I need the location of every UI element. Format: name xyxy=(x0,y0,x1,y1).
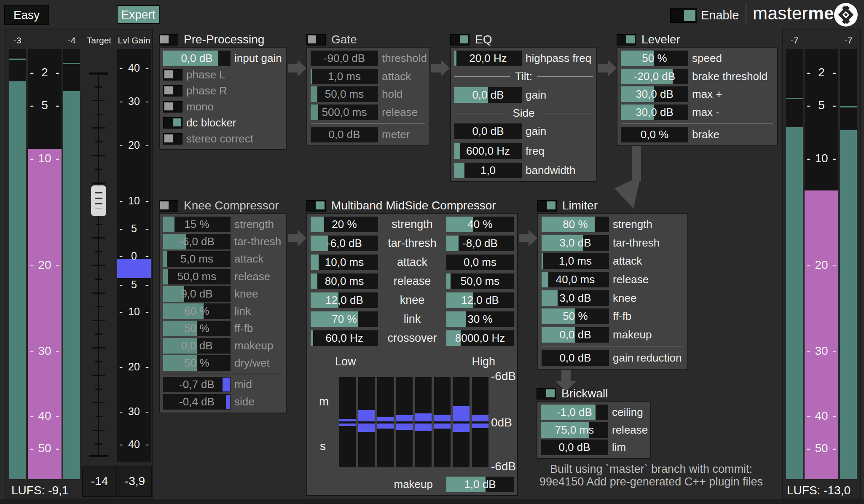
band-3 xyxy=(377,377,394,467)
max---slider[interactable]: 30,0 dB xyxy=(621,105,688,120)
limiter-enable-toggle[interactable] xyxy=(537,200,557,212)
crossover-high-slider[interactable]: 8000,0 Hz xyxy=(446,330,514,346)
input-peak-right-label: -4 xyxy=(59,35,84,46)
knee-low-slider[interactable]: 12,0 dB xyxy=(311,292,378,308)
dash: - xyxy=(30,442,34,455)
makeup-slider[interactable]: 1,0 dB xyxy=(446,477,514,492)
dash: - xyxy=(119,279,123,291)
dry-wet-slider[interactable]: 50 % xyxy=(163,355,231,371)
expert-mode-button[interactable]: Expert xyxy=(117,5,160,24)
side-reduction-bar xyxy=(396,424,413,430)
target-slider-handle[interactable] xyxy=(91,185,107,217)
release-low-slider[interactable]: 80,0 ms xyxy=(311,273,378,289)
input-lufs-meter: -2--5--10--20--30--40--50- xyxy=(28,49,62,479)
ceiling-slider[interactable]: -1,0 dB xyxy=(541,405,608,420)
toggle-knob xyxy=(684,10,695,21)
band-2 xyxy=(358,377,375,467)
scale-top-label: -6dB xyxy=(491,370,516,383)
band-8 xyxy=(472,377,488,467)
link-label: link xyxy=(378,313,446,326)
panel-title: Brickwall xyxy=(561,387,608,400)
mid-reduction-bar xyxy=(472,415,488,421)
link-high-slider[interactable]: 30 % xyxy=(446,311,514,327)
knee-high-slider[interactable]: 12,0 dB xyxy=(446,292,514,308)
ff-fb-slider[interactable]: 50 % xyxy=(163,321,231,336)
threshold-slider[interactable]: -90,0 dB xyxy=(311,51,378,66)
gate-enable-toggle[interactable] xyxy=(306,34,326,46)
param-value: 0,0 dB xyxy=(163,338,231,354)
multiband-enable-toggle[interactable] xyxy=(306,200,326,212)
target-slider[interactable] xyxy=(83,72,115,458)
gain-slider[interactable]: 0,0 dB xyxy=(454,123,522,139)
bandwidth-slider[interactable]: 1,0 xyxy=(454,163,522,178)
param-value: 12,0 dB xyxy=(446,292,514,308)
eq-enable-toggle[interactable] xyxy=(450,34,470,46)
peak-indicator xyxy=(840,106,857,107)
panel-enable-toggle[interactable] xyxy=(159,34,178,46)
knee-slider[interactable]: 3,0 dB xyxy=(542,290,609,306)
release-slider[interactable]: 50,0 ms xyxy=(163,269,231,284)
makeup-slider[interactable]: 0,0 dB xyxy=(542,327,609,343)
param-value: 0,0 dB xyxy=(454,123,522,139)
param-value: 0,0 ms xyxy=(446,255,514,270)
max-plus-slider[interactable]: 30,0 dB xyxy=(621,86,688,102)
scale-number: 30 xyxy=(128,95,140,107)
attack-high-slider[interactable]: 0,0 ms xyxy=(446,255,514,270)
phase-r-label: phase R xyxy=(186,84,227,97)
link-low-slider[interactable]: 70 % xyxy=(311,311,378,327)
highpass-freq-slider[interactable]: 20,0 Hz xyxy=(454,51,522,66)
input-gain-slider[interactable]: 0,0 dB xyxy=(163,51,231,66)
strength-low-slider[interactable]: 20 % xyxy=(311,217,378,232)
ff-fb-label: ff-fb xyxy=(613,310,631,323)
attack-slider[interactable]: 1,0 ms xyxy=(542,253,609,269)
freq-slider[interactable]: 600,0 Hz xyxy=(454,143,522,159)
scale-number: 5 xyxy=(131,223,137,235)
param-value: 60 % xyxy=(163,303,231,319)
gain-slider[interactable]: 0,0 dB xyxy=(454,87,522,103)
dash: - xyxy=(145,279,149,291)
stereo-correct-toggle[interactable] xyxy=(163,133,182,145)
knee-slider[interactable]: 9,0 dB xyxy=(163,286,231,302)
attack-low-slider[interactable]: 10,0 ms xyxy=(311,255,378,270)
brickwall-enable-toggle[interactable] xyxy=(537,388,556,399)
speed-slider[interactable]: 50 % xyxy=(621,51,688,66)
section-heading: Tilt: xyxy=(454,70,593,83)
strength-high-slider[interactable]: 40 % xyxy=(446,217,514,232)
hold-slider[interactable]: 50,0 ms xyxy=(311,86,378,102)
mono-toggle[interactable] xyxy=(163,101,182,113)
dash: - xyxy=(145,223,149,235)
ff-fb-slider[interactable]: 50 % xyxy=(542,308,609,324)
leveler-enable-toggle[interactable] xyxy=(617,34,636,46)
phase-r-toggle[interactable] xyxy=(163,85,182,97)
tar-thresh-slider[interactable]: 3,0 dB xyxy=(542,235,609,251)
strength-slider[interactable]: 80 % xyxy=(542,217,609,232)
strength-slider[interactable]: 15 % xyxy=(163,217,231,232)
attack-slider[interactable]: 5,0 ms xyxy=(163,251,231,267)
dash: - xyxy=(56,99,59,112)
enable-toggle[interactable] xyxy=(670,8,697,23)
separator xyxy=(311,123,425,123)
release-slider[interactable]: 40,0 ms xyxy=(542,272,609,287)
dash: - xyxy=(832,442,836,455)
dc-blocker-toggle[interactable] xyxy=(163,117,182,129)
release-slider[interactable]: 75,0 ms xyxy=(541,422,608,438)
param-value: 20,0 Hz xyxy=(454,51,522,66)
tar-thresh-high-slider[interactable]: -8,0 dB xyxy=(446,236,514,251)
tar-thresh-slider[interactable]: -6,0 dB xyxy=(163,234,231,249)
release-slider[interactable]: 500,0 ms xyxy=(311,105,378,120)
knee-compressor-enable-toggle[interactable] xyxy=(159,200,178,212)
phase-l-toggle[interactable] xyxy=(163,69,182,80)
makeup-slider[interactable]: 0,0 dB xyxy=(163,338,231,354)
param-value: 600,0 Hz xyxy=(454,143,522,159)
tar-thresh-low-slider[interactable]: -6,0 dB xyxy=(311,236,378,251)
brake-threshold-slider[interactable]: -20,0 dB xyxy=(621,69,688,84)
param-value: 3,0 dB xyxy=(542,290,609,306)
makeup-label: makeup xyxy=(234,339,274,352)
crossover-low-slider[interactable]: 60,0 Hz xyxy=(311,330,378,346)
release-high-slider[interactable]: 50,0 ms xyxy=(446,273,514,289)
scale-label-5: -5- xyxy=(119,279,149,291)
link-slider[interactable]: 60 % xyxy=(163,303,231,319)
output-meter-right xyxy=(840,49,857,479)
easy-mode-button[interactable]: Easy xyxy=(4,5,49,25)
attack-slider[interactable]: 1,0 ms xyxy=(311,69,378,84)
